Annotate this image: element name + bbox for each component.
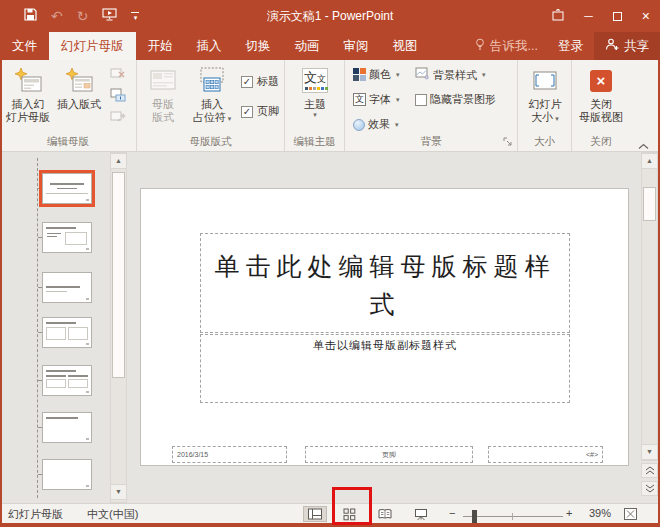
- share-person-icon: [605, 38, 619, 54]
- window-frame-left: [0, 60, 2, 527]
- ribbon-display-options-icon[interactable]: [552, 7, 564, 25]
- slide-number-placeholder[interactable]: <#>: [488, 446, 603, 463]
- close-button[interactable]: ×: [642, 8, 650, 24]
- start-slideshow-icon[interactable]: [102, 7, 117, 25]
- tab-home[interactable]: 开始: [136, 32, 185, 60]
- chevron-down-icon: ▾: [396, 71, 400, 79]
- fit-slide-to-window-button[interactable]: [623, 507, 638, 523]
- chevron-down-icon: ▾: [313, 111, 317, 119]
- redo-icon[interactable]: ↻: [77, 9, 89, 23]
- chevron-down-icon: ▾: [395, 121, 399, 129]
- thumbnail-two-content-layout[interactable]: [42, 317, 92, 348]
- themes-button[interactable]: 文文 主题 ▾: [293, 64, 337, 119]
- window-frame-bottom: [0, 523, 660, 527]
- title-bar: 演示文稿1 - PowerPoint ↶ ↻ ▾ ─ ×: [0, 0, 660, 32]
- zoom-slider-track[interactable]: [463, 516, 563, 517]
- lightbulb-icon: [475, 38, 485, 54]
- master-layout-button[interactable]: 母版 版式: [143, 64, 183, 124]
- next-slide-button[interactable]: [641, 481, 658, 496]
- master-title-placeholder[interactable]: 单击此处编辑母版标题样式: [200, 233, 570, 333]
- status-view-name[interactable]: 幻灯片母版: [8, 507, 63, 522]
- rename-icon[interactable]: [110, 88, 126, 106]
- title-checkbox[interactable]: ✓ 标题: [241, 74, 279, 89]
- maximize-button[interactable]: [613, 12, 622, 21]
- ribbon-tabs: 文件 幻灯片母版 开始 插入 切换 动画 审阅 视图 告诉我... 登录 共享: [0, 32, 660, 60]
- tab-transitions[interactable]: 切换: [234, 32, 283, 60]
- sign-in-button[interactable]: 登录: [547, 32, 594, 60]
- slide-size-icon: [531, 64, 559, 97]
- group-label-size: 大小: [518, 135, 571, 149]
- thumbnail-title-only-layout[interactable]: [42, 412, 92, 443]
- undo-icon[interactable]: ↶: [51, 9, 63, 23]
- thumbnail-section-header-layout[interactable]: [42, 272, 92, 303]
- zoom-level[interactable]: 39%: [589, 507, 611, 519]
- background-styles-button[interactable]: 背景样式 ▾: [415, 67, 486, 83]
- checkbox-checked-icon: ✓: [241, 76, 253, 88]
- fonts-icon: 文: [353, 93, 366, 106]
- themes-icon: 文文: [302, 64, 328, 97]
- powerpoint-window: 演示文稿1 - PowerPoint ↶ ↻ ▾ ─ × 文件: [0, 0, 660, 527]
- insert-layout-icon: [64, 64, 94, 97]
- date-placeholder[interactable]: 2016/3/15: [172, 446, 287, 463]
- background-styles-icon: [415, 67, 430, 83]
- editor-scroll-up-icon[interactable]: ▲: [641, 153, 658, 169]
- customize-quick-access-toolbar-icon[interactable]: ▾: [131, 12, 139, 21]
- hide-background-graphics-checkbox[interactable]: 隐藏背景图形: [415, 92, 496, 107]
- layout-hierarchy-line: [37, 158, 38, 498]
- effects-button[interactable]: 效果 ▾: [353, 117, 399, 132]
- thumbnail-scrollbar-thumb[interactable]: [112, 172, 125, 378]
- zoom-in-button[interactable]: +: [566, 507, 572, 519]
- group-size: 幻灯片 大小▾ 大小: [518, 60, 572, 151]
- share-button[interactable]: 共享: [594, 32, 660, 60]
- insert-slide-master-button[interactable]: 插入幻 灯片母版: [4, 64, 52, 124]
- close-master-view-button[interactable]: × 关闭 母版视图: [578, 64, 624, 124]
- normal-view-button[interactable]: [303, 506, 327, 522]
- fonts-button[interactable]: 文 字体 ▾: [353, 92, 400, 107]
- chevron-down-icon: ▾: [396, 96, 400, 104]
- group-label-edit-master: 编辑母版: [0, 135, 136, 149]
- thumbnail-blank-layout[interactable]: [42, 459, 92, 490]
- group-edit-theme: 文文 主题 ▾ 编辑主题: [285, 60, 345, 151]
- tab-review[interactable]: 审阅: [332, 32, 381, 60]
- preserve-icon[interactable]: [110, 110, 126, 128]
- minimize-button[interactable]: ─: [584, 9, 593, 23]
- previous-slide-button[interactable]: [641, 463, 658, 478]
- slide-sorter-view-button[interactable]: [337, 506, 361, 522]
- tell-me-box[interactable]: 告诉我...: [466, 32, 547, 60]
- zoom-out-button[interactable]: −: [449, 507, 455, 519]
- zoom-slider-thumb[interactable]: [472, 510, 477, 523]
- tab-file[interactable]: 文件: [0, 32, 49, 60]
- colors-button[interactable]: 颜色 ▾: [353, 67, 400, 82]
- tab-animations[interactable]: 动画: [283, 32, 332, 60]
- ribbon: 插入幻 灯片母版 插入版式 编辑母版: [0, 60, 660, 152]
- close-master-view-icon: ×: [590, 70, 612, 92]
- tab-slide-master[interactable]: 幻灯片母版: [49, 32, 136, 60]
- master-subtitle-placeholder[interactable]: 单击以编辑母版副标题样式: [200, 334, 570, 403]
- thumbnail-title-content-layout[interactable]: [42, 222, 92, 253]
- delete-slide-icon[interactable]: [110, 66, 126, 84]
- group-edit-master: 插入幻 灯片母版 插入版式 编辑母版: [0, 60, 137, 151]
- footer-checkbox[interactable]: ✓ 页脚: [241, 104, 279, 119]
- checkbox-unchecked-icon: [415, 94, 427, 106]
- tab-insert[interactable]: 插入: [185, 32, 234, 60]
- group-label-background: 背景: [345, 135, 517, 149]
- chevron-down-icon: ▾: [555, 115, 559, 122]
- insert-layout-button[interactable]: 插入版式: [55, 64, 103, 111]
- thumbnail-title-slide-layout[interactable]: [42, 173, 92, 204]
- quick-access-toolbar: ↶ ↻ ▾: [24, 0, 139, 32]
- reading-view-button[interactable]: [373, 506, 397, 522]
- thumbnail-comparison-layout[interactable]: [42, 365, 92, 396]
- status-language[interactable]: 中文(中国): [87, 507, 138, 522]
- insert-placeholder-button[interactable]: 插入 占位符▾: [187, 64, 237, 125]
- slide-size-button[interactable]: 幻灯片 大小▾: [523, 64, 567, 125]
- editor-scrollbar-thumb[interactable]: [643, 187, 656, 221]
- chevron-down-icon: ▾: [482, 71, 486, 79]
- footer-placeholder[interactable]: 页脚: [305, 446, 473, 463]
- editor-scroll-down-icon[interactable]: ▼: [641, 444, 658, 460]
- tab-view[interactable]: 视图: [381, 32, 430, 60]
- thumbnail-scroll-up-icon[interactable]: ▲: [110, 153, 127, 169]
- save-icon[interactable]: [24, 7, 37, 25]
- slide-show-button[interactable]: [409, 506, 433, 522]
- zoom-slider-midpoint: [512, 513, 513, 520]
- thumbnail-scroll-down-icon[interactable]: ▼: [110, 484, 127, 500]
